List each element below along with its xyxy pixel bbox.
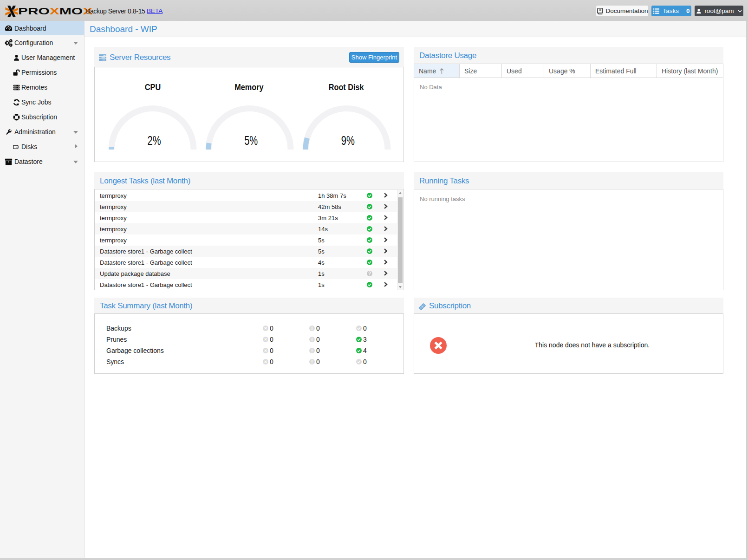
svg-text:2%: 2% xyxy=(147,133,161,148)
svg-text:CPU: CPU xyxy=(145,82,161,92)
svg-text:Memory: Memory xyxy=(234,82,264,92)
svg-text:9%: 9% xyxy=(341,133,355,148)
svg-text:5%: 5% xyxy=(244,133,258,148)
svg-text:Root Disk: Root Disk xyxy=(329,82,364,92)
svg-text:PROXMOX: PROXMOX xyxy=(18,6,93,17)
